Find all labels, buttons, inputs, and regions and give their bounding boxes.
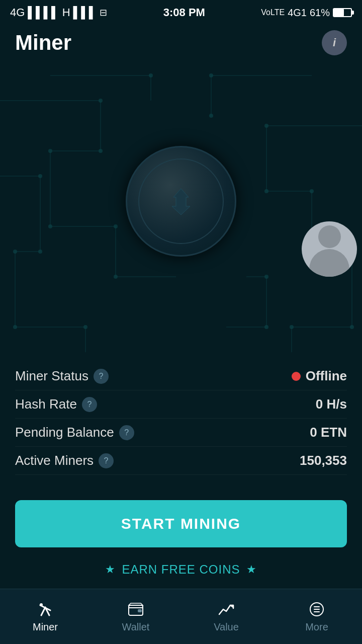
- battery-pct: 61%: [310, 7, 330, 19]
- svg-line-55: [41, 607, 45, 615]
- coin-area: [0, 50, 362, 352]
- bottom-navigation: Miner Wallet Value More: [0, 589, 362, 644]
- value-nav-label: Value: [214, 621, 239, 633]
- signal-bars2: ▌▌▌: [73, 6, 97, 19]
- coin-symbol-svg: [161, 181, 201, 221]
- active-miners-label: Active Miners ?: [15, 453, 114, 468]
- battery-icon: [333, 8, 352, 17]
- hash-rate-label: Hash Rate ?: [15, 396, 97, 412]
- active-miners-help[interactable]: ?: [99, 453, 114, 468]
- active-miners-row: Active Miners ? 150,353: [15, 447, 347, 475]
- avatar-body: [309, 249, 349, 277]
- pending-balance-label: Pending Balance ?: [15, 425, 134, 440]
- miner-status-label: Miner Status ?: [15, 368, 109, 384]
- miner-status-help[interactable]: ?: [94, 369, 109, 384]
- avatar-head: [318, 225, 341, 248]
- signal-bars: ▌▌▌▌: [28, 6, 59, 19]
- miner-status-value: Offline: [292, 368, 347, 384]
- page-title: Miner: [15, 31, 71, 55]
- nav-item-wallet[interactable]: Wallet: [90, 595, 181, 638]
- signal-4g1: 4G1: [288, 7, 307, 19]
- signal-4g: 4G: [10, 6, 25, 19]
- nav-item-miner[interactable]: Miner: [0, 595, 90, 638]
- nav-item-value[interactable]: Value: [181, 595, 272, 638]
- app-header: Miner i: [0, 25, 362, 60]
- hash-rate-row: Hash Rate ? 0 H/s: [15, 390, 347, 419]
- wallet-icon: [127, 600, 145, 618]
- coin-inner: [138, 158, 224, 244]
- info-icon: i: [333, 36, 336, 49]
- value-icon: [217, 600, 235, 618]
- status-right: VoLTE 4G1 61%: [261, 7, 352, 19]
- more-nav-label: More: [305, 621, 328, 633]
- miner-nav-label: Miner: [33, 621, 58, 633]
- pending-balance-help[interactable]: ?: [119, 425, 134, 440]
- start-mining-button[interactable]: START MINING: [15, 500, 347, 547]
- avatar-silhouette: [302, 221, 357, 277]
- earn-free-coins-button[interactable]: ★ EARN FREE COINS ★: [0, 547, 362, 592]
- stats-section: Miner Status ? Offline Hash Rate ? 0 H/s…: [0, 352, 362, 485]
- coin-graphic: [126, 146, 236, 257]
- wallet-nav-label: Wallet: [122, 621, 150, 633]
- sim-icon: ⊟: [100, 7, 107, 18]
- status-time: 3:08 PM: [163, 6, 205, 19]
- active-miners-value: 150,353: [300, 453, 347, 468]
- svg-rect-60: [138, 609, 142, 612]
- svg-point-58: [40, 603, 43, 606]
- pending-balance-value: 0 ETN: [310, 425, 347, 440]
- more-icon: [308, 600, 326, 618]
- signal-h: H: [62, 6, 70, 19]
- miner-icon: [36, 600, 54, 618]
- offline-dot: [292, 372, 301, 381]
- hash-rate-help[interactable]: ?: [82, 397, 97, 412]
- volte-icon: VoLTE: [261, 8, 285, 17]
- hash-rate-value: 0 H/s: [316, 396, 347, 412]
- pending-balance-row: Pending Balance ? 0 ETN: [15, 419, 347, 447]
- star-left-icon: ★: [105, 563, 116, 576]
- info-button[interactable]: i: [322, 30, 347, 55]
- star-right-icon: ★: [246, 563, 257, 576]
- avatar[interactable]: [302, 221, 357, 277]
- nav-item-more[interactable]: More: [272, 595, 362, 638]
- miner-status-row: Miner Status ? Offline: [15, 362, 347, 390]
- status-left: 4G ▌▌▌▌ H ▌▌▌ ⊟: [10, 6, 107, 19]
- status-bar: 4G ▌▌▌▌ H ▌▌▌ ⊟ 3:08 PM VoLTE 4G1 61%: [0, 0, 362, 25]
